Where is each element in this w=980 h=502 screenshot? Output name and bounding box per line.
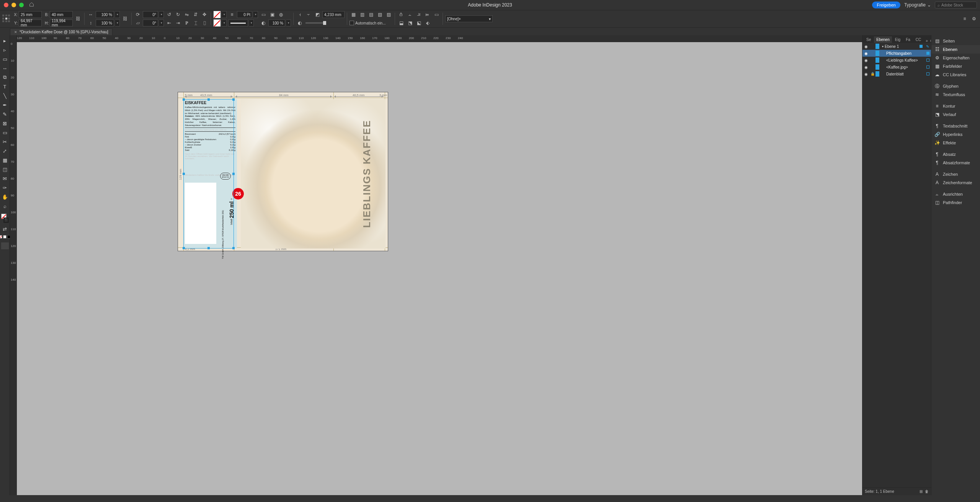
dock-item-zeichenformate[interactable]: AZeichenformate xyxy=(931,178,980,187)
disclosure-icon[interactable]: ▾ xyxy=(881,45,885,48)
wrap-shape-icon[interactable]: ◍ xyxy=(277,11,285,18)
dock-item-textabschnitt[interactable]: ¶Textabschnitt xyxy=(931,122,980,130)
distribute-1-icon[interactable]: ⫛ xyxy=(397,11,405,18)
layer-item[interactable]: ◉ <Lieblings Kaffee> xyxy=(862,57,931,64)
visibility-icon[interactable]: ◉ xyxy=(862,65,869,69)
object-style-combo[interactable]: [Ohne]+ ▾ xyxy=(445,15,493,22)
close-window[interactable] xyxy=(4,3,8,7)
ctrlbar-menu-icon[interactable]: ≡ xyxy=(961,15,969,23)
flip-both-icon[interactable]: ✥ xyxy=(201,11,208,18)
arrange-3-icon[interactable]: ⬕ xyxy=(415,19,423,27)
distribute-2-icon[interactable]: ⫠ xyxy=(406,11,414,18)
hand-tool-icon[interactable]: ✋ xyxy=(1,193,9,201)
gradient-feather-tool-icon[interactable]: ◫ xyxy=(1,165,9,173)
layer-item-name[interactable]: <Lieblings Kaffee> xyxy=(881,58,926,62)
document-tab[interactable]: ✕ *Druckdaten Kaffee Dose @ 100 % [GPU-V… xyxy=(10,28,113,35)
dock-item-seiten[interactable]: ▤Seiten xyxy=(931,37,980,45)
gradient-swatch-tool-icon[interactable]: ▦ xyxy=(1,156,9,164)
zoom-tool-icon[interactable]: ⌕ xyxy=(1,202,9,210)
center-content-icon[interactable]: ▨ xyxy=(385,11,392,18)
selection-frame[interactable] xyxy=(183,99,234,249)
minimize-window[interactable] xyxy=(11,3,16,7)
corner-input[interactable]: 4,233 mm xyxy=(322,11,345,18)
page[interactable]: 5 mm 43,5 mm 84 mm 40,5 mm 3 mm 129 mm 4… xyxy=(178,92,388,251)
rotate-input[interactable]: 0° xyxy=(143,11,158,18)
distribute-4-icon[interactable]: ⫢ xyxy=(424,11,431,18)
align-c-icon[interactable]: ⫟ xyxy=(305,11,312,18)
layer-item-name[interactable]: <Kaffee.jpg> xyxy=(881,65,926,69)
rotate-dd[interactable]: ▾ xyxy=(159,11,164,18)
visibility-icon[interactable]: ◉ xyxy=(862,44,869,49)
line-tool-icon[interactable]: ╲ xyxy=(1,92,9,100)
fit-prop-icon[interactable]: ▤ xyxy=(367,11,375,18)
rotate-ccw-icon[interactable]: ↺ xyxy=(165,11,173,18)
maximize-window[interactable] xyxy=(19,3,24,7)
lock-icon[interactable]: 🔒 xyxy=(869,72,875,76)
wrap-box-icon[interactable]: ▣ xyxy=(268,11,276,18)
arrange-1-icon[interactable]: ⬓ xyxy=(397,19,405,27)
fit-frame-icon[interactable]: ▥ xyxy=(358,11,366,18)
note-tool-icon[interactable]: ✉ xyxy=(1,175,9,182)
stroke-weight-input[interactable]: 0 Pt xyxy=(237,11,252,18)
fx-icon[interactable]: ◐ xyxy=(296,19,304,27)
dock-item-pathfinder[interactable]: ◫Pathfinder xyxy=(931,198,980,207)
tab-swatches[interactable]: Fa xyxy=(903,36,913,43)
dock-item-glyphen[interactable]: ⒼGlyphen xyxy=(931,82,980,90)
layer-item-name[interactable]: Pflichtangaben xyxy=(881,51,926,56)
height-input[interactable]: 119,994 mm xyxy=(50,20,73,26)
horizontal-ruler[interactable]: 1201101009080706050403020100102030405060… xyxy=(17,35,862,42)
selection-proxy[interactable] xyxy=(926,65,929,69)
fill-frame-icon[interactable]: ▧ xyxy=(376,11,384,18)
apply-color-icon[interactable] xyxy=(3,235,7,239)
selection-proxy[interactable] xyxy=(920,45,923,48)
layer-item[interactable]: ◉ 🔒 Datenblatt xyxy=(862,70,931,77)
x-input[interactable]: 25 mm xyxy=(19,11,42,18)
align-page-icon[interactable]: ▭ xyxy=(433,11,440,18)
scissors-tool-icon[interactable]: ✂ xyxy=(1,138,9,146)
arrange-4-icon[interactable]: ⬖ xyxy=(424,19,431,27)
visibility-icon[interactable]: ◉ xyxy=(862,72,869,76)
new-layer-icon[interactable]: ⊞ xyxy=(920,489,923,494)
tab-layers[interactable]: Ebenen xyxy=(874,36,892,43)
dock-item-ausrichten[interactable]: ⫠Ausrichten xyxy=(931,190,980,198)
dock-item-verlauf[interactable]: ⬔Verlauf xyxy=(931,110,980,119)
stroke-style[interactable] xyxy=(228,20,248,26)
paragraph-icon[interactable]: P xyxy=(183,19,191,27)
type-tool-icon[interactable]: T xyxy=(1,83,9,90)
wrap-none-icon[interactable]: ▭ xyxy=(260,11,267,18)
corner-icon[interactable]: ◩ xyxy=(314,11,321,18)
close-tab-icon[interactable]: ✕ xyxy=(14,30,17,34)
opacity-slider[interactable] xyxy=(305,22,326,24)
fill-dd[interactable]: ▾ xyxy=(222,11,227,18)
stroke-swatch[interactable] xyxy=(213,19,221,27)
selection-proxy[interactable] xyxy=(926,72,929,75)
reference-point[interactable] xyxy=(2,15,11,23)
layer-item[interactable]: ◉ <Kaffee.jpg> xyxy=(862,64,931,70)
layer-name[interactable]: Ebene 1 xyxy=(885,44,920,49)
align-to-1-icon[interactable]: ⇤ xyxy=(165,19,173,27)
content-collector-tool-icon[interactable]: ⧉ xyxy=(1,74,9,81)
auto-fit-checkbox[interactable] xyxy=(350,21,354,25)
rectangle-frame-tool-icon[interactable]: ⊠ xyxy=(1,119,9,127)
workspace-switcher[interactable]: Typografie ⌄ xyxy=(904,2,931,8)
pasteboard[interactable]: 5 mm 43,5 mm 84 mm 40,5 mm 3 mm 129 mm 4… xyxy=(17,42,862,495)
layer-item-name[interactable]: Datenblatt xyxy=(881,72,926,76)
collapse-icon[interactable]: » xyxy=(925,39,929,43)
scale-x-dd[interactable]: ▾ xyxy=(115,11,120,18)
layer-item[interactable]: ◉ Pflichtangaben xyxy=(862,50,931,57)
delete-layer-icon[interactable]: 🗑 xyxy=(925,489,929,494)
stroke-weight-dd[interactable]: ▾ xyxy=(253,11,258,18)
dock-item-absatz[interactable]: ¶Absatz xyxy=(931,150,980,159)
dock-item-kontur[interactable]: ≡Kontur xyxy=(931,102,980,110)
direct-selection-tool-icon[interactable]: ▹ xyxy=(1,46,9,54)
free-transform-tool-icon[interactable]: ⤢ xyxy=(1,147,9,155)
dock-item-cc libraries[interactable]: ☁CC Libraries xyxy=(931,70,980,79)
layer-row[interactable]: ◉ ▾ Ebene 1 ✎ xyxy=(862,43,931,50)
tab-cc[interactable]: CC xyxy=(913,36,923,43)
vertical-ruler[interactable]: 0102030405060708090100110120130140 xyxy=(10,35,17,495)
width-input[interactable]: 40 mm xyxy=(50,11,73,18)
flip-v-icon[interactable]: ⇵ xyxy=(192,11,199,18)
constrain-scale-icon[interactable]: ⛓ xyxy=(121,15,129,23)
selection-tool-icon[interactable]: ▸ xyxy=(1,37,9,44)
fit-content-icon[interactable]: ▦ xyxy=(350,11,357,18)
